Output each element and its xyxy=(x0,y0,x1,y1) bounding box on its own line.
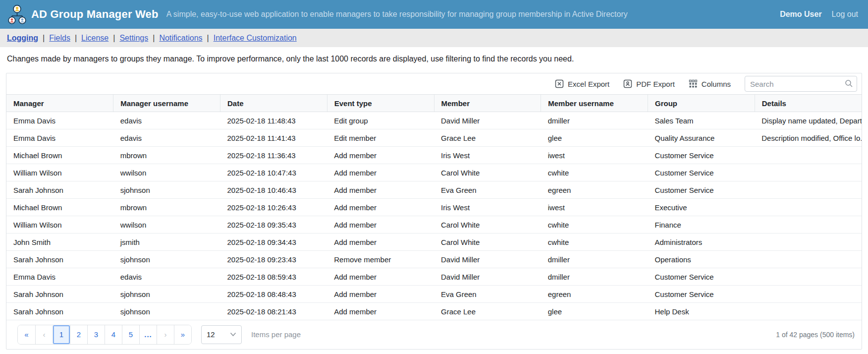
table-row[interactable]: Emma Davisedavis2025-02-18 08:59:43Add m… xyxy=(6,268,862,286)
table-cell: Michael Brown xyxy=(6,199,113,216)
app-title: AD Group Manager Web xyxy=(31,8,159,21)
table-cell: Customer Service xyxy=(648,268,755,286)
table-cell xyxy=(755,251,862,268)
page-4-button[interactable]: 4 xyxy=(105,325,122,344)
column-header-member-username[interactable]: Member username xyxy=(541,95,648,112)
nav-link-settings[interactable]: Settings xyxy=(119,34,148,43)
table-cell: 2025-02-18 11:36:43 xyxy=(220,147,327,164)
chevron-down-icon xyxy=(230,332,236,337)
table-row[interactable]: Sarah Johnsonsjohnson2025-02-18 10:46:43… xyxy=(6,181,862,199)
column-header-event-type[interactable]: Event type xyxy=(327,95,434,112)
table-cell: Edit member xyxy=(327,129,434,147)
table-row[interactable]: Michael Brownmbrown2025-02-18 10:26:43Ad… xyxy=(6,199,862,216)
table-cell: Sarah Johnson xyxy=(6,286,113,303)
table-cell xyxy=(755,199,862,216)
table-row[interactable]: John Smithjsmith2025-02-18 09:34:43Add m… xyxy=(6,234,862,251)
search-icon[interactable] xyxy=(845,79,853,88)
table-cell: mbrown xyxy=(113,147,220,164)
table-cell: glee xyxy=(541,129,648,147)
table-cell: Quality Assurance xyxy=(648,129,755,147)
table-cell: Description modified, Office lo... xyxy=(755,129,862,147)
column-header-details[interactable]: Details xyxy=(755,95,862,112)
table-row[interactable]: William Wilsonwwilson2025-02-18 10:47:43… xyxy=(6,164,862,181)
table-cell: 2025-02-18 10:47:43 xyxy=(220,164,327,181)
table-cell: Add member xyxy=(327,303,434,320)
table-row[interactable]: Sarah Johnsonsjohnson2025-02-18 08:21:43… xyxy=(6,303,862,320)
page-3-button[interactable]: 3 xyxy=(87,325,105,344)
table-cell xyxy=(755,268,862,286)
table-cell: David Miller xyxy=(434,268,541,286)
table-cell xyxy=(755,286,862,303)
table-cell: 2025-02-18 10:46:43 xyxy=(220,181,327,199)
table-cell: 2025-02-18 10:26:43 xyxy=(220,199,327,216)
table-row[interactable]: Emma Davisedavis2025-02-18 11:41:43Edit … xyxy=(6,129,862,147)
table-cell: Add member xyxy=(327,286,434,303)
columns-button[interactable]: Columns xyxy=(689,79,731,88)
table-cell: sjohnson xyxy=(113,181,220,199)
pagination-summary: 1 of 42 pages (500 items) xyxy=(776,331,856,339)
table-cell: Add member xyxy=(327,199,434,216)
table-cell: wwilson xyxy=(113,164,220,181)
table-row[interactable]: Sarah Johnsonsjohnson2025-02-18 08:48:43… xyxy=(6,286,862,303)
table-cell: 2025-02-18 09:34:43 xyxy=(220,234,327,251)
page-first-button[interactable]: « xyxy=(18,325,35,344)
pager-button-group: «‹12345...›» xyxy=(17,325,192,345)
current-user[interactable]: Demo User xyxy=(780,10,821,19)
column-header-member[interactable]: Member xyxy=(434,95,541,112)
search-input[interactable] xyxy=(745,76,857,92)
pdf-export-button[interactable]: PDF Export xyxy=(623,79,675,88)
table-row[interactable]: Sarah Johnsonsjohnson2025-02-18 09:23:43… xyxy=(6,251,862,268)
table-cell: iwest xyxy=(541,147,648,164)
column-header-manager[interactable]: Manager xyxy=(6,95,113,112)
logging-table: ManagerManager usernameDateEvent typeMem… xyxy=(6,94,862,320)
table-cell: Add member xyxy=(327,268,434,286)
nav-separator: | xyxy=(43,34,45,43)
table-cell: egreen xyxy=(541,286,648,303)
items-per-page-select[interactable]: 12 xyxy=(201,325,242,344)
column-header-manager-username[interactable]: Manager username xyxy=(113,95,220,112)
column-header-date[interactable]: Date xyxy=(220,95,327,112)
nav-separator: | xyxy=(207,34,209,43)
table-cell: 2025-02-18 11:48:43 xyxy=(220,112,327,129)
table-cell: Emma Davis xyxy=(6,268,113,286)
table-cell: Add member xyxy=(327,216,434,234)
page-2-button[interactable]: 2 xyxy=(70,325,87,344)
table-cell: Customer Service xyxy=(648,164,755,181)
table-row[interactable]: William Wilsonwwilson2025-02-18 09:35:43… xyxy=(6,216,862,234)
table-cell: Sarah Johnson xyxy=(6,251,113,268)
table-cell: 2025-02-18 08:48:43 xyxy=(220,286,327,303)
page-1-button[interactable]: 1 xyxy=(53,325,70,344)
table-cell xyxy=(755,234,862,251)
table-cell: Display name updated, Depart... xyxy=(755,112,862,129)
page-ellipsis-button[interactable]: ... xyxy=(139,325,157,344)
nav-separator: | xyxy=(153,34,155,43)
nav-link-interface-customization[interactable]: Interface Customization xyxy=(214,34,297,43)
nav-link-license[interactable]: License xyxy=(81,34,108,43)
nav-link-fields[interactable]: Fields xyxy=(49,34,70,43)
logout-link[interactable]: Log out xyxy=(832,10,858,19)
table-cell: Add member xyxy=(327,147,434,164)
page-5-button[interactable]: 5 xyxy=(122,325,139,344)
table-cell: Executive xyxy=(648,199,755,216)
page-description: Changes made by managers to groups they … xyxy=(7,55,868,63)
table-cell: jsmith xyxy=(113,234,220,251)
table-cell: Eva Green xyxy=(434,286,541,303)
table-cell: Administrators xyxy=(648,234,755,251)
table-cell: Operations xyxy=(648,251,755,268)
pdf-export-label: PDF Export xyxy=(636,80,675,88)
page-last-button[interactable]: » xyxy=(174,325,191,344)
nav-link-notifications[interactable]: Notifications xyxy=(159,34,202,43)
table-cell: edavis xyxy=(113,112,220,129)
column-header-group[interactable]: Group xyxy=(648,95,755,112)
table-cell: edavis xyxy=(113,129,220,147)
nav-link-logging[interactable]: Logging xyxy=(7,34,38,43)
table-cell: Remove member xyxy=(327,251,434,268)
nav-bar: Logging|Fields|License|Settings|Notifica… xyxy=(0,29,868,47)
table-cell: 2025-02-18 11:41:43 xyxy=(220,129,327,147)
page-prev-button[interactable]: ‹ xyxy=(35,325,53,344)
table-row[interactable]: Michael Brownmbrown2025-02-18 11:36:43Ad… xyxy=(6,147,862,164)
page-next-button[interactable]: › xyxy=(157,325,174,344)
excel-export-button[interactable]: Excel Export xyxy=(555,79,609,88)
table-cell: Sarah Johnson xyxy=(6,303,113,320)
table-row[interactable]: Emma Davisedavis2025-02-18 11:48:43Edit … xyxy=(6,112,862,129)
